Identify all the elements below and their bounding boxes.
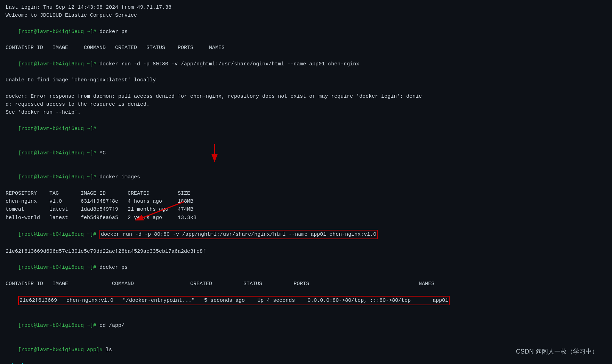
prompt: [root@lavm-b04igi6euq ~]# bbox=[18, 323, 99, 329]
prompt: [root@lavm-b04igi6euq ~]# bbox=[18, 126, 99, 132]
line-docker-ps-cmd: [root@lavm-b04igi6euq ~]# docker ps bbox=[6, 20, 606, 44]
line-error1: docker: Error response from daemon: pull… bbox=[6, 92, 606, 100]
line-img-row1: chen-nginx v1.0 6314f9487f8c 4 hours ago… bbox=[6, 197, 606, 205]
cmd: docker images bbox=[99, 174, 140, 180]
line-docker-images-cmd: [root@lavm-b04igi6euq ~]# docker images bbox=[6, 165, 606, 189]
redbox-cmd1: docker run -d -p 80:80 -v /app/nghtml:/u… bbox=[99, 230, 378, 239]
line-ps-header: CONTAINER ID IMAGE COMMAND CREATED STATU… bbox=[6, 44, 606, 52]
cmd: docker ps bbox=[99, 29, 128, 35]
line-img-row3: hello-world latest feb5d9fea6a5 2 years … bbox=[6, 214, 606, 222]
prompt: [root@lavm-b04igi6euq ~]# bbox=[18, 61, 99, 67]
watermark: CSDN @闲人一枚（学习中） bbox=[516, 347, 598, 356]
line-cd-app: [root@lavm-b04igi6euq ~]# cd /app/ bbox=[6, 314, 606, 338]
prompt: [root@lavm-b04igi6euq ~]# bbox=[18, 265, 99, 270]
terminal: Last login: Thu Sep 12 14:43:08 2024 fro… bbox=[0, 0, 612, 364]
cmd: docker ps bbox=[99, 265, 128, 270]
line-welcome: Welcome to JDCLOUD Elastic Compute Servi… bbox=[6, 11, 606, 19]
line-prompt-only: [root@lavm-b04igi6euq ~]# bbox=[6, 117, 606, 141]
line-error2: d: requested access to the resource is d… bbox=[6, 100, 606, 108]
line-ps-row: 21e62f613669 chen-nginx:v1.0 "/docker-en… bbox=[6, 288, 606, 314]
line-ps2-header: CONTAINER ID IMAGE COMMAND CREATED STATU… bbox=[6, 280, 606, 288]
prompt: [root@lavm-b04igi6euq ~]# bbox=[18, 232, 99, 237]
cmd: ls bbox=[106, 347, 112, 353]
prompt: [root@lavm-b04igi6euq ~]# bbox=[18, 29, 99, 35]
line-unable: Unable to find image 'chen-nginx:latest'… bbox=[6, 76, 606, 84]
line-login: Last login: Thu Sep 12 14:43:08 2024 fro… bbox=[6, 3, 606, 11]
line-see: See 'docker run --help'. bbox=[6, 108, 606, 116]
line-empty1 bbox=[6, 84, 606, 92]
line-docker-run-fail-cmd: [root@lavm-b04igi6euq ~]# docker run -d … bbox=[6, 52, 606, 76]
line-docker-run-success: [root@lavm-b04igi6euq ~]# docker run -d … bbox=[6, 222, 606, 248]
prompt: [root@lavm-b04igi6euq ~]# bbox=[18, 174, 99, 180]
prompt: [root@lavm-b04igi6euq ~]# bbox=[18, 150, 99, 156]
cmd: ^C bbox=[99, 150, 106, 156]
prompt: [root@lavm-b04igi6euq app]# bbox=[18, 347, 106, 353]
cmd: docker run -d -p 80:80 -v /app/nghtml:/u… bbox=[101, 232, 376, 237]
redbox-ps-row: 21e62f613669 chen-nginx:v1.0 "/docker-en… bbox=[18, 296, 450, 305]
line-images-header: REPOSITORY TAG IMAGE ID CREATED SIZE bbox=[6, 189, 606, 197]
line-ctrl-c: [root@lavm-b04igi6euq ~]# ^C bbox=[6, 141, 606, 165]
line-nghtml: nghtml bbox=[6, 362, 606, 364]
line-docker-ps2-cmd: [root@lavm-b04igi6euq ~]# docker ps bbox=[6, 256, 606, 280]
line-img-row2: tomcat latest 1dad8c5497f9 21 months ago… bbox=[6, 205, 606, 213]
line-container-hash: 21e62f613669d696d57c1301e5e79dd22acf26ba… bbox=[6, 248, 606, 256]
cmd: cd /app/ bbox=[99, 323, 124, 329]
cmd: docker run -d -p 80:80 -v /app/nghtml:/u… bbox=[99, 61, 359, 67]
ps-row-content: 21e62f613669 chen-nginx:v1.0 "/docker-en… bbox=[19, 298, 448, 304]
